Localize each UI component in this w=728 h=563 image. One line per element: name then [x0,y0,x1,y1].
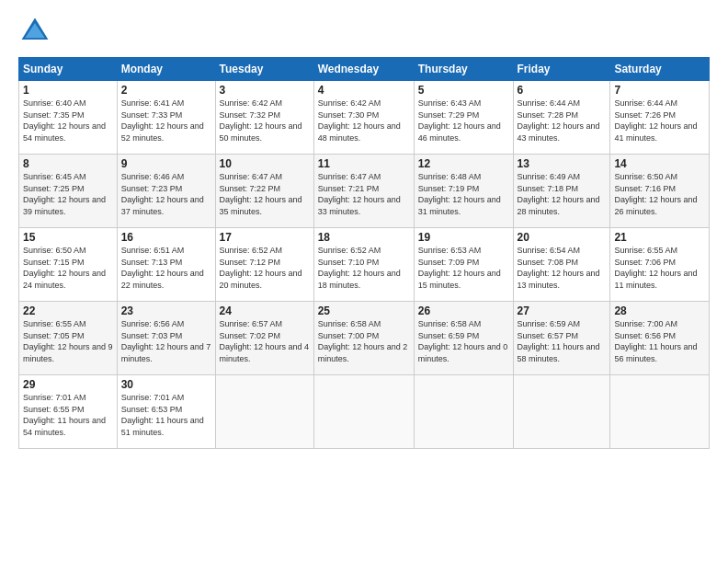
day-number: 2 [121,84,211,97]
day-number: 11 [318,157,410,170]
calendar-week-3: 15 Sunrise: 6:50 AMSunset: 7:15 PMDaylig… [19,228,710,302]
calendar-cell [215,375,313,449]
calendar-cell: 4 Sunrise: 6:42 AMSunset: 7:30 PMDayligh… [313,81,414,155]
calendar-week-1: 1 Sunrise: 6:40 AMSunset: 7:35 PMDayligh… [19,81,710,155]
col-header-tuesday: Tuesday [215,58,313,81]
day-number: 5 [418,84,509,97]
calendar-cell: 10 Sunrise: 6:47 AMSunset: 7:22 PMDaylig… [215,155,313,228]
calendar-cell: 6 Sunrise: 6:44 AMSunset: 7:28 PMDayligh… [513,81,610,155]
calendar-cell: 7 Sunrise: 6:44 AMSunset: 7:26 PMDayligh… [610,81,710,155]
day-number: 27 [518,304,607,317]
day-info: Sunrise: 6:55 AMSunset: 7:06 PMDaylight:… [614,246,697,290]
day-number: 15 [23,231,113,244]
day-info: Sunrise: 6:57 AMSunset: 7:02 PMDaylight:… [220,319,310,363]
day-info: Sunrise: 6:45 AMSunset: 7:25 PMDaylight:… [23,172,106,216]
day-info: Sunrise: 6:52 AMSunset: 7:10 PMDaylight:… [318,246,401,290]
calendar-cell: 16 Sunrise: 6:51 AMSunset: 7:13 PMDaylig… [117,228,215,302]
calendar-week-4: 22 Sunrise: 6:55 AMSunset: 7:05 PMDaylig… [19,302,710,375]
page-header [18,15,710,48]
day-info: Sunrise: 6:50 AMSunset: 7:16 PMDaylight:… [614,172,697,216]
calendar-cell: 24 Sunrise: 6:57 AMSunset: 7:02 PMDaylig… [215,302,313,375]
calendar-cell: 29 Sunrise: 7:01 AMSunset: 6:55 PMDaylig… [19,375,118,449]
calendar-cell [313,375,414,449]
day-number: 19 [418,231,509,244]
day-info: Sunrise: 6:42 AMSunset: 7:32 PMDaylight:… [220,98,302,143]
day-number: 26 [418,304,509,317]
day-info: Sunrise: 6:44 AMSunset: 7:28 PMDaylight:… [518,98,600,143]
day-number: 12 [418,157,509,170]
calendar-week-2: 8 Sunrise: 6:45 AMSunset: 7:25 PMDayligh… [19,155,710,228]
day-number: 1 [23,84,113,97]
calendar-cell: 17 Sunrise: 6:52 AMSunset: 7:12 PMDaylig… [215,228,313,302]
calendar-cell: 26 Sunrise: 6:58 AMSunset: 6:59 PMDaylig… [414,302,513,375]
day-info: Sunrise: 6:41 AMSunset: 7:33 PMDaylight:… [121,98,204,143]
calendar-cell [610,375,710,449]
day-info: Sunrise: 6:42 AMSunset: 7:30 PMDaylight:… [318,98,401,143]
calendar-cell [513,375,610,449]
day-number: 6 [518,84,607,97]
calendar-cell: 30 Sunrise: 7:01 AMSunset: 6:53 PMDaylig… [117,375,215,449]
day-info: Sunrise: 7:01 AMSunset: 6:55 PMDaylight:… [23,393,106,437]
day-number: 3 [220,84,310,97]
day-info: Sunrise: 6:51 AMSunset: 7:13 PMDaylight:… [121,246,204,290]
calendar-cell: 14 Sunrise: 6:50 AMSunset: 7:16 PMDaylig… [610,155,710,228]
day-info: Sunrise: 7:01 AMSunset: 6:53 PMDaylight:… [121,393,204,437]
day-info: Sunrise: 6:40 AMSunset: 7:35 PMDaylight:… [23,98,106,143]
calendar-cell: 27 Sunrise: 6:59 AMSunset: 6:57 PMDaylig… [513,302,610,375]
calendar-cell: 18 Sunrise: 6:52 AMSunset: 7:10 PMDaylig… [313,228,414,302]
col-header-friday: Friday [513,58,610,81]
day-info: Sunrise: 6:46 AMSunset: 7:23 PMDaylight:… [121,172,204,216]
calendar-cell: 23 Sunrise: 6:56 AMSunset: 7:03 PMDaylig… [117,302,215,375]
day-info: Sunrise: 6:58 AMSunset: 6:59 PMDaylight:… [418,319,508,363]
day-number: 7 [614,84,705,97]
calendar-cell: 25 Sunrise: 6:58 AMSunset: 7:00 PMDaylig… [313,302,414,375]
logo [18,15,55,48]
calendar-cell: 11 Sunrise: 6:47 AMSunset: 7:21 PMDaylig… [313,155,414,228]
calendar-cell: 22 Sunrise: 6:55 AMSunset: 7:05 PMDaylig… [19,302,118,375]
col-header-wednesday: Wednesday [313,58,414,81]
calendar-week-5: 29 Sunrise: 7:01 AMSunset: 6:55 PMDaylig… [19,375,710,449]
day-number: 25 [318,304,410,317]
day-number: 4 [318,84,410,97]
day-info: Sunrise: 6:47 AMSunset: 7:22 PMDaylight:… [220,172,302,216]
day-number: 10 [220,157,310,170]
calendar-cell: 9 Sunrise: 6:46 AMSunset: 7:23 PMDayligh… [117,155,215,228]
day-info: Sunrise: 6:54 AMSunset: 7:08 PMDaylight:… [518,246,600,290]
calendar-cell: 2 Sunrise: 6:41 AMSunset: 7:33 PMDayligh… [117,81,215,155]
day-number: 14 [614,157,705,170]
day-number: 30 [121,378,211,391]
col-header-thursday: Thursday [414,58,513,81]
calendar-header-row: SundayMondayTuesdayWednesdayThursdayFrid… [19,58,710,81]
calendar-cell: 13 Sunrise: 6:49 AMSunset: 7:18 PMDaylig… [513,155,610,228]
calendar-cell: 3 Sunrise: 6:42 AMSunset: 7:32 PMDayligh… [215,81,313,155]
day-number: 9 [121,157,211,170]
day-info: Sunrise: 6:53 AMSunset: 7:09 PMDaylight:… [418,246,501,290]
day-number: 13 [518,157,607,170]
day-number: 17 [220,231,310,244]
day-info: Sunrise: 6:44 AMSunset: 7:26 PMDaylight:… [614,98,697,143]
calendar-cell: 8 Sunrise: 6:45 AMSunset: 7:25 PMDayligh… [19,155,118,228]
col-header-saturday: Saturday [610,58,710,81]
day-info: Sunrise: 6:55 AMSunset: 7:05 PMDaylight:… [23,319,113,363]
day-number: 28 [614,304,705,317]
day-number: 20 [518,231,607,244]
calendar-cell: 20 Sunrise: 6:54 AMSunset: 7:08 PMDaylig… [513,228,610,302]
col-header-monday: Monday [117,58,215,81]
day-info: Sunrise: 6:43 AMSunset: 7:29 PMDaylight:… [418,98,501,143]
day-number: 21 [614,231,705,244]
day-number: 29 [23,378,113,391]
calendar-table: SundayMondayTuesdayWednesdayThursdayFrid… [18,57,710,449]
day-number: 24 [220,304,310,317]
logo-icon [18,15,51,48]
day-info: Sunrise: 6:59 AMSunset: 6:57 PMDaylight:… [518,319,600,363]
day-number: 23 [121,304,211,317]
day-info: Sunrise: 6:58 AMSunset: 7:00 PMDaylight:… [318,319,408,363]
col-header-sunday: Sunday [19,58,118,81]
calendar-cell [414,375,513,449]
calendar-cell: 1 Sunrise: 6:40 AMSunset: 7:35 PMDayligh… [19,81,118,155]
day-info: Sunrise: 6:50 AMSunset: 7:15 PMDaylight:… [23,246,106,290]
day-info: Sunrise: 6:47 AMSunset: 7:21 PMDaylight:… [318,172,401,216]
calendar-page: SundayMondayTuesdayWednesdayThursdayFrid… [0,0,728,563]
day-number: 22 [23,304,113,317]
calendar-cell: 19 Sunrise: 6:53 AMSunset: 7:09 PMDaylig… [414,228,513,302]
